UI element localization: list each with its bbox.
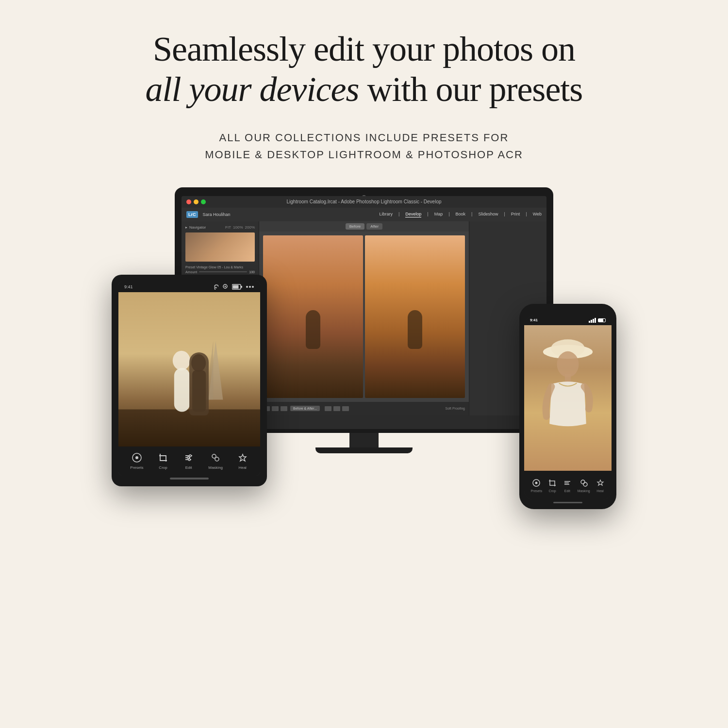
more-icon	[246, 283, 254, 290]
monitor-foot	[315, 447, 413, 453]
phone-time: 9:41	[530, 318, 538, 322]
phone: 9:41	[519, 304, 616, 509]
tablet: 9:41	[112, 275, 267, 486]
lr-icon-2	[272, 406, 279, 411]
svg-point-22	[189, 455, 191, 457]
svg-rect-10	[118, 409, 260, 446]
tablet-content	[118, 292, 260, 447]
lr-nav-map[interactable]: Map	[434, 212, 443, 217]
phone-crop-label: Crop	[548, 489, 556, 493]
svg-point-30	[557, 351, 579, 377]
devices-container: Lightroom Catalog.lrcat - Adobe Photosho…	[97, 187, 631, 624]
phone-presets-icon	[531, 478, 541, 488]
svg-point-2	[225, 285, 226, 287]
lr-window-title: Lightroom Catalog.lrcat - Adobe Photosho…	[286, 199, 441, 204]
svg-point-6	[246, 286, 248, 288]
lr-amount-bar[interactable]	[199, 271, 247, 272]
phone-presets-svg	[532, 479, 541, 487]
lr-nav-separator4: |	[471, 212, 472, 217]
lr-nav-develop[interactable]: Develop	[405, 212, 421, 217]
tablet-tool-presets[interactable]: Presets	[130, 452, 143, 470]
lr-titlebar: Lightroom Catalog.lrcat - Adobe Photosho…	[182, 196, 546, 208]
lr-maximize-dot	[201, 199, 206, 204]
lr-nav-web[interactable]: Web	[533, 212, 542, 217]
tablet-tool-heal[interactable]: Heal	[237, 452, 248, 470]
tablet-screen: 9:41	[118, 281, 260, 476]
lr-nav-book[interactable]: Book	[456, 212, 466, 217]
phone-tool-heal[interactable]: Heal	[596, 478, 605, 493]
lr-navigator-preview	[185, 232, 255, 262]
lr-after-btn[interactable]: After	[366, 223, 382, 230]
tablet-photo-svg	[118, 292, 260, 447]
phone-screen: 9:41	[524, 315, 612, 500]
phone-toolbar[interactable]: Presets Crop	[524, 471, 612, 500]
phone-tool-edit[interactable]: Edit	[563, 478, 572, 493]
phone-edit-icon	[563, 478, 572, 488]
tablet-top-bar: 9:41	[118, 281, 260, 292]
lr-nav-200: 200%	[245, 225, 255, 230]
svg-point-33	[535, 481, 538, 484]
lr-close-dot	[186, 199, 191, 204]
svg-point-38	[583, 482, 587, 486]
lr-photo-after	[365, 235, 465, 398]
edit-icon	[183, 452, 195, 463]
lr-nav-separator2: |	[427, 212, 428, 217]
phone-status-bar: 9:41	[524, 315, 612, 325]
svg-point-7	[249, 286, 251, 288]
lr-nav-separator1: |	[398, 212, 399, 217]
main-title: Seamlessly edit your photos on all your …	[146, 29, 583, 110]
lr-nav-fit: FIT	[225, 225, 231, 230]
lr-preview-img	[185, 232, 255, 262]
svg-point-8	[252, 286, 254, 288]
svg-point-13	[191, 354, 206, 372]
crop-icon	[157, 452, 169, 463]
lr-amount-label: Amount	[185, 270, 197, 274]
lr-nav-slideshow[interactable]: Slideshow	[478, 212, 498, 217]
battery-fill	[598, 319, 603, 322]
phone-tool-presets[interactable]: Presets	[530, 478, 542, 493]
lr-menubar: LrC Sara Houlihan Library | Develop | Ma…	[182, 208, 546, 221]
svg-point-0	[215, 288, 215, 289]
tablet-toolbar[interactable]: Presets Crop	[118, 447, 260, 476]
phone-heal-icon	[596, 478, 605, 488]
tablet-tool-crop[interactable]: Crop	[157, 452, 169, 470]
svg-point-11	[173, 351, 190, 370]
phone-crop-svg	[548, 479, 557, 487]
phone-heal-label: Heal	[596, 489, 603, 493]
tablet-status-icons	[211, 283, 254, 290]
lr-icon-6	[342, 406, 349, 411]
phone-presets-label: Presets	[530, 489, 542, 493]
tablet-tool-edit[interactable]: Edit	[183, 452, 195, 470]
phone-tool-masking[interactable]: Masking	[578, 478, 590, 493]
tablet-photo	[118, 292, 260, 447]
phone-edit-svg	[563, 479, 572, 487]
phone-masking-label: Masking	[578, 489, 590, 493]
lr-nav-100: 100%	[233, 225, 243, 230]
signal-icon	[589, 318, 596, 323]
lr-icon-5	[333, 406, 340, 411]
presets-icon	[131, 452, 143, 463]
lr-nav-triangle: ▸	[185, 225, 187, 230]
heal-icon	[237, 452, 248, 463]
svg-rect-14	[192, 370, 206, 412]
svg-rect-4	[241, 286, 242, 288]
heal-label: Heal	[238, 465, 246, 470]
lr-before-btn[interactable]: Before	[346, 223, 365, 230]
lr-nav-print[interactable]: Print	[511, 212, 520, 217]
phone-tool-crop[interactable]: Crop	[547, 478, 557, 493]
lr-nav-separator5: |	[504, 212, 505, 217]
lr-ba-select[interactable]: Before & After...	[290, 406, 320, 411]
tablet-home-indicator	[170, 478, 209, 480]
phone-body: 9:41	[519, 304, 616, 509]
edit-svg-icon	[183, 452, 194, 463]
phone-status-icons	[589, 318, 606, 323]
phone-home-indicator	[553, 502, 582, 503]
lr-nav-library[interactable]: Library	[379, 212, 393, 217]
masking-svg-icon	[210, 452, 221, 463]
lr-preset-amount: Amount 100	[185, 270, 255, 274]
svg-point-26	[215, 457, 219, 461]
tablet-tool-masking[interactable]: Masking	[208, 452, 223, 470]
masking-icon	[210, 452, 221, 463]
lr-photo-before	[263, 235, 363, 398]
phone-masking-svg	[579, 479, 588, 487]
